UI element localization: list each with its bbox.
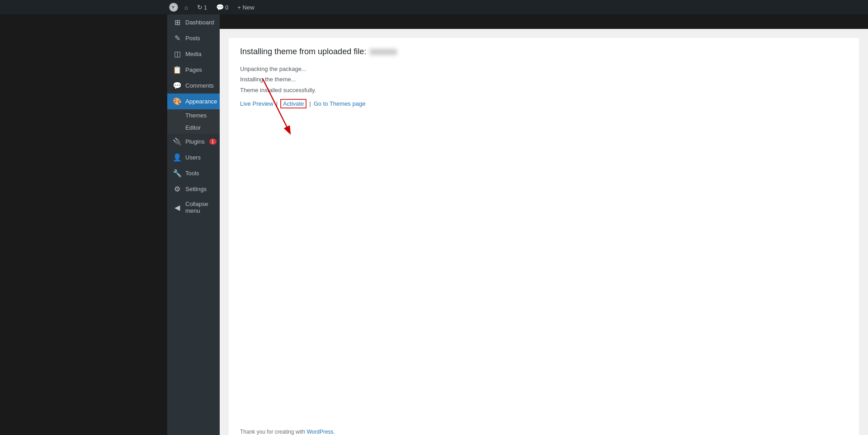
sidebar-item-label: Media (185, 51, 201, 57)
submenu-item-themes[interactable]: Themes (167, 109, 220, 122)
footer-link[interactable]: WordPress (307, 429, 333, 435)
sidebar-item-dashboard[interactable]: ⊞ Dashboard (167, 14, 220, 30)
collapse-icon: ◀ (173, 203, 182, 212)
sidebar-item-tools[interactable]: 🔧 Tools (167, 165, 220, 181)
sidebar-item-media[interactable]: ◫ Media (167, 46, 220, 62)
comments-icon: 💬 (216, 4, 224, 11)
sidebar: ⊞ Dashboard ✎ Posts ◫ Media 📋 Pages 💬 Co… (167, 14, 220, 435)
users-icon: 👤 (173, 153, 182, 162)
admin-bar-home[interactable]: ⌂ (180, 0, 193, 14)
sidebar-item-posts[interactable]: ✎ Posts (167, 30, 220, 46)
go-to-themes-link[interactable]: Go to Themes page (314, 100, 366, 107)
sidebar-item-users[interactable]: 👤 Users (167, 150, 220, 165)
plugins-badge: 1 (209, 139, 217, 145)
posts-icon: ✎ (173, 34, 182, 42)
admin-bar-updates[interactable]: ↻ 1 (193, 0, 212, 14)
sidebar-item-label: Tools (185, 170, 199, 177)
log-line-2: Installing the theme... (240, 74, 848, 84)
media-icon: ◫ (173, 50, 182, 58)
sidebar-item-plugins[interactable]: 🔌 Plugins 1 (167, 134, 220, 150)
sidebar-item-collapse[interactable]: ◀ Collapse menu (167, 197, 220, 218)
settings-icon: ⚙ (173, 185, 182, 193)
sidebar-item-label: Users (185, 154, 201, 161)
activate-link[interactable]: Activate (280, 99, 307, 108)
plugins-icon: 🔌 (173, 137, 182, 146)
submenu-item-editor[interactable]: Editor (167, 122, 220, 134)
new-label: + New (237, 4, 254, 11)
separator-1: | (276, 100, 278, 107)
sidebar-item-settings[interactable]: ⚙ Settings (167, 181, 220, 197)
sidebar-item-label: Collapse menu (185, 201, 214, 214)
action-links: Live Preview | Activate | Go to Themes p… (240, 99, 848, 108)
separator-2: | (309, 100, 311, 107)
footer: Thank you for creating with WordPress. (240, 429, 335, 435)
sidebar-item-label: Dashboard (185, 19, 214, 26)
page-title: Installing theme from uploaded file: (240, 47, 848, 56)
wp-logo-icon[interactable] (167, 0, 180, 14)
updates-icon: ↻ (197, 4, 203, 11)
pages-icon: 📋 (173, 65, 182, 74)
log-line-2-text: Installing the theme... (240, 76, 296, 83)
comments-icon: 💬 (173, 81, 182, 90)
sidebar-item-label: Pages (185, 66, 202, 73)
dashboard-icon: ⊞ (173, 18, 182, 27)
main-content: Installing theme from uploaded file: Unp… (229, 38, 859, 435)
sidebar-item-comments[interactable]: 💬 Comments (167, 78, 220, 94)
page-title-text: Installing theme from uploaded file: (240, 47, 366, 56)
appearance-submenu: Themes Editor (167, 109, 220, 134)
sidebar-item-label: Comments (185, 82, 214, 89)
admin-bar-comments[interactable]: 💬 0 (212, 0, 233, 14)
filename-blurred (370, 49, 397, 55)
footer-text: Thank you for creating with (240, 429, 305, 435)
admin-bar: ⌂ ↻ 1 💬 0 + New (0, 0, 868, 14)
sidebar-item-label: Posts (185, 35, 200, 42)
sidebar-item-label: Plugins (185, 138, 205, 145)
log-line-3: Theme installed successfully. (240, 85, 848, 95)
updates-count: 1 (204, 4, 207, 11)
sidebar-item-label: Appearance (185, 98, 217, 105)
tools-icon: 🔧 (173, 169, 182, 178)
appearance-icon: 🎨 (173, 97, 182, 106)
home-icon: ⌂ (184, 4, 188, 11)
log-line-3-text: Theme installed successfully. (240, 87, 316, 94)
editor-label: Editor (185, 124, 201, 131)
footer-punctuation: . (334, 429, 335, 435)
install-log: Unpacking the package... Installing the … (240, 64, 848, 95)
themes-label: Themes (185, 112, 207, 119)
comments-count: 0 (225, 4, 228, 11)
log-line-1-text: Unpacking the package... (240, 65, 307, 72)
live-preview-link[interactable]: Live Preview (240, 100, 274, 107)
sidebar-item-pages[interactable]: 📋 Pages (167, 62, 220, 78)
admin-bar-new[interactable]: + New (233, 0, 259, 14)
sidebar-item-appearance[interactable]: 🎨 Appearance ◀ (167, 94, 220, 109)
content-wrapper: Installing theme from uploaded file: Unp… (220, 29, 868, 435)
sidebar-item-label: Settings (185, 186, 207, 192)
log-line-1: Unpacking the package... (240, 64, 848, 74)
